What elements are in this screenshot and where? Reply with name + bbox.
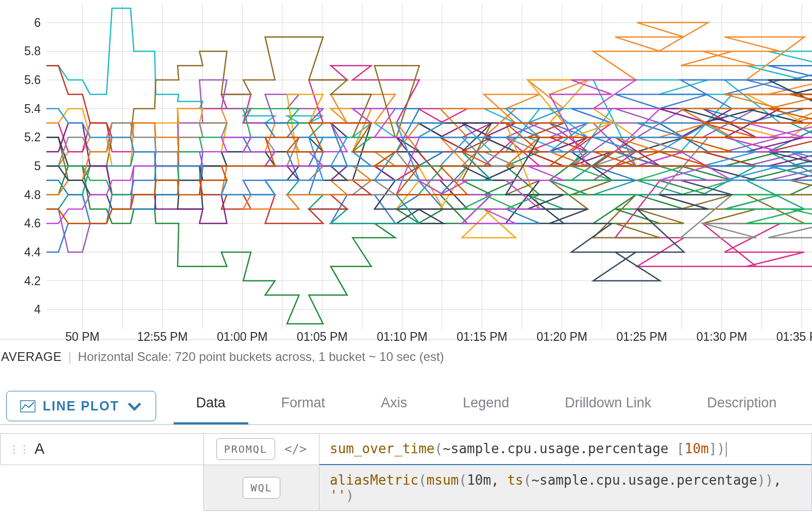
x-tick-label: 01:20 PM bbox=[536, 330, 587, 344]
series-line[interactable] bbox=[46, 80, 812, 238]
plot-area[interactable] bbox=[46, 4, 812, 329]
drag-handle-icon[interactable]: ⋮⋮ bbox=[9, 444, 29, 454]
y-tick-label: 4.8 bbox=[24, 188, 41, 202]
series-line[interactable] bbox=[46, 123, 812, 281]
code-icon[interactable]: </> bbox=[284, 442, 307, 456]
query-name-input[interactable] bbox=[35, 440, 195, 457]
promql-lang-button[interactable]: PROMQL bbox=[216, 438, 275, 460]
x-tick-label: 01:15 PM bbox=[456, 330, 507, 344]
y-tick-label: 5.8 bbox=[24, 44, 41, 58]
primary-lang-cell: PROMQL </> bbox=[204, 433, 319, 465]
query-label-cell[interactable]: ⋮⋮ bbox=[0, 433, 204, 465]
horizontal-scale-label: Horizontal Scale: 720 point buckets acro… bbox=[78, 350, 444, 364]
series-group bbox=[46, 8, 812, 324]
tab-axis[interactable]: Axis bbox=[358, 388, 430, 424]
y-tick-label: 4.4 bbox=[24, 245, 41, 259]
x-tick-label: 01:35 PM bbox=[776, 330, 812, 344]
x-tick-label: 01:00 PM bbox=[217, 330, 267, 344]
x-tick-label: 01:25 PM bbox=[617, 330, 667, 344]
controls-row: LINE PLOT DataFormatAxisLegendDrilldown … bbox=[0, 373, 812, 425]
secondary-lang-cell: WQL bbox=[204, 465, 319, 511]
y-tick-label: 4 bbox=[34, 303, 41, 317]
x-axis: 50 PM12:55 PM01:00 PM01:05 PM01:10 PM01:… bbox=[46, 330, 812, 349]
promql-query-input[interactable]: sum_over_time(~sample.cpu.usage.percenta… bbox=[319, 433, 812, 465]
y-axis: 44.24.44.64.855.25.45.65.86 bbox=[0, 4, 44, 329]
aggregation-label: AVERAGE bbox=[1, 350, 62, 364]
query-editor: ⋮⋮ PROMQL </> sum_over_time(~sample.cpu.… bbox=[0, 433, 812, 511]
chart-type-dropdown[interactable]: LINE PLOT bbox=[6, 391, 156, 421]
y-tick-label: 5.4 bbox=[24, 102, 41, 116]
x-tick-label: 01:05 PM bbox=[297, 330, 347, 344]
y-tick-label: 4.6 bbox=[24, 217, 41, 230]
wql-query-readonly: aliasMetric(msum(10m, ts(~sample.cpu.usa… bbox=[319, 465, 812, 511]
chart-panel: 44.24.44.64.855.25.45.65.86 50 PM12:55 P… bbox=[0, 0, 812, 340]
y-tick-label: 4.2 bbox=[24, 274, 41, 288]
x-tick-label: 12:55 PM bbox=[137, 330, 188, 344]
spacer bbox=[0, 465, 204, 511]
tab-legend[interactable]: Legend bbox=[440, 388, 532, 424]
settings-tabs: DataFormatAxisLegendDrilldown LinkDescri… bbox=[174, 388, 800, 424]
y-tick-label: 6 bbox=[34, 15, 41, 29]
y-tick-label: 5.6 bbox=[24, 73, 41, 87]
x-tick-label: 01:30 PM bbox=[697, 330, 747, 344]
tab-drilldown-link[interactable]: Drilldown Link bbox=[542, 388, 674, 424]
tab-description[interactable]: Description bbox=[684, 388, 799, 424]
y-tick-label: 5.2 bbox=[24, 130, 41, 144]
tab-format[interactable]: Format bbox=[259, 388, 348, 424]
x-tick-label: 50 PM bbox=[65, 330, 99, 344]
line-plot-icon bbox=[20, 400, 36, 412]
wql-lang-button[interactable]: WQL bbox=[243, 477, 280, 499]
chart-type-label: LINE PLOT bbox=[43, 399, 120, 414]
chevron-down-icon bbox=[127, 400, 142, 412]
y-tick-label: 5 bbox=[34, 159, 41, 173]
tab-data[interactable]: Data bbox=[174, 388, 248, 424]
x-tick-label: 01:10 PM bbox=[377, 330, 427, 344]
